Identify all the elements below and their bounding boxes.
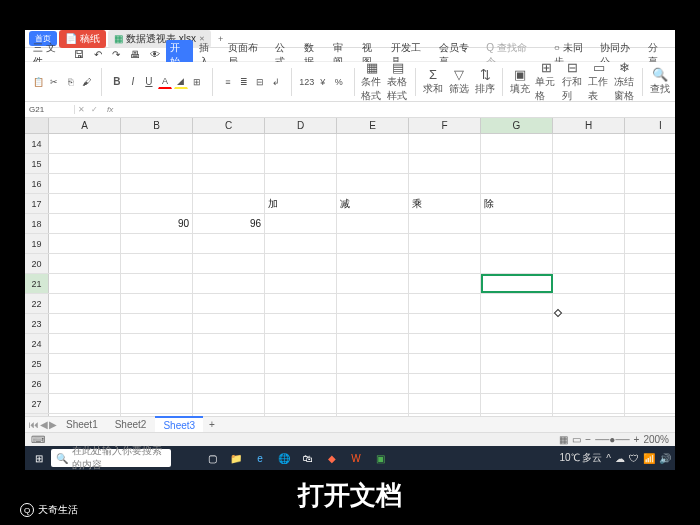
cell-A21[interactable] <box>49 274 121 293</box>
cell-B20[interactable] <box>121 254 193 273</box>
cell-E16[interactable] <box>337 174 409 193</box>
cell-H16[interactable] <box>553 174 625 193</box>
cell-I18[interactable] <box>625 214 675 233</box>
font-color-icon[interactable]: A <box>158 75 172 89</box>
cell-H22[interactable] <box>553 294 625 313</box>
cell-A19[interactable] <box>49 234 121 253</box>
col-header-H[interactable]: H <box>553 118 625 133</box>
cell-B27[interactable] <box>121 394 193 413</box>
cell-G26[interactable] <box>481 374 553 393</box>
cell-F16[interactable] <box>409 174 481 193</box>
paste-icon[interactable]: 📋 <box>31 75 45 89</box>
cell-B22[interactable] <box>121 294 193 313</box>
cell-I17[interactable] <box>625 194 675 213</box>
bold-icon[interactable]: B <box>110 75 124 89</box>
cell-F19[interactable] <box>409 234 481 253</box>
row-header-20[interactable]: 20 <box>25 254 49 273</box>
cell-D23[interactable] <box>265 314 337 333</box>
col-header-C[interactable]: C <box>193 118 265 133</box>
cell-F24[interactable] <box>409 334 481 353</box>
edge-icon[interactable]: e <box>251 449 269 467</box>
cell-H14[interactable] <box>553 134 625 153</box>
col-header-G[interactable]: G <box>481 118 553 133</box>
tray-up-icon[interactable]: ^ <box>606 453 611 464</box>
cell-C26[interactable] <box>193 374 265 393</box>
cell-G25[interactable] <box>481 354 553 373</box>
select-all-corner[interactable] <box>25 118 49 133</box>
cell-I27[interactable] <box>625 394 675 413</box>
cell-B19[interactable] <box>121 234 193 253</box>
row-header-26[interactable]: 26 <box>25 374 49 393</box>
merge-icon[interactable]: ⊟ <box>253 75 267 89</box>
cell-F22[interactable] <box>409 294 481 313</box>
cell-C17[interactable] <box>193 194 265 213</box>
cell-A14[interactable] <box>49 134 121 153</box>
cell-E23[interactable] <box>337 314 409 333</box>
conditional-format-button[interactable]: ▦条件格式 <box>361 66 383 98</box>
cell-G20[interactable] <box>481 254 553 273</box>
row-header-21[interactable]: 21 <box>25 274 49 293</box>
cell-A25[interactable] <box>49 354 121 373</box>
row-header-15[interactable]: 15 <box>25 154 49 173</box>
zoom-slider[interactable]: ──●── <box>595 434 629 445</box>
cell-C19[interactable] <box>193 234 265 253</box>
cell-G18[interactable] <box>481 214 553 233</box>
sheet-tab-2[interactable]: Sheet2 <box>107 417 155 432</box>
cell-H15[interactable] <box>553 154 625 173</box>
cell-F23[interactable] <box>409 314 481 333</box>
explorer-icon[interactable]: 📁 <box>227 449 245 467</box>
row-header-27[interactable]: 27 <box>25 394 49 413</box>
confirm-icon[interactable]: ✓ <box>88 105 101 114</box>
cell-G19[interactable] <box>481 234 553 253</box>
align-center-icon[interactable]: ≣ <box>237 75 251 89</box>
cell-C16[interactable] <box>193 174 265 193</box>
cell-F20[interactable] <box>409 254 481 273</box>
cell-C18[interactable]: 96 <box>193 214 265 233</box>
qat-undo-icon[interactable]: ↶ <box>90 48 106 61</box>
sheet-nav-next-icon[interactable]: ▶ <box>49 419 57 430</box>
browser-icon[interactable]: 🌐 <box>275 449 293 467</box>
percent-icon[interactable]: % <box>332 75 346 89</box>
table-style-button[interactable]: ▤表格样式 <box>387 66 409 98</box>
cell-E15[interactable] <box>337 154 409 173</box>
cell-B24[interactable] <box>121 334 193 353</box>
tray-shield-icon[interactable]: 🛡 <box>629 453 639 464</box>
find-button[interactable]: 🔍查找 <box>649 66 671 98</box>
name-box[interactable]: G21 <box>25 105 75 114</box>
format-painter-icon[interactable]: 🖌 <box>79 75 93 89</box>
cell-A26[interactable] <box>49 374 121 393</box>
row-header-16[interactable]: 16 <box>25 174 49 193</box>
cell-E18[interactable] <box>337 214 409 233</box>
cell-C21[interactable] <box>193 274 265 293</box>
cell-D21[interactable] <box>265 274 337 293</box>
sum-button[interactable]: Σ求和 <box>422 66 444 98</box>
cell-B18[interactable]: 90 <box>121 214 193 233</box>
cell-C23[interactable] <box>193 314 265 333</box>
cell-E14[interactable] <box>337 134 409 153</box>
cell-E24[interactable] <box>337 334 409 353</box>
cell-G22[interactable] <box>481 294 553 313</box>
cell-B26[interactable] <box>121 374 193 393</box>
cancel-icon[interactable]: ✕ <box>75 105 88 114</box>
col-header-E[interactable]: E <box>337 118 409 133</box>
cell-E26[interactable] <box>337 374 409 393</box>
italic-icon[interactable]: I <box>126 75 140 89</box>
tray-cloud-icon[interactable]: ☁ <box>615 453 625 464</box>
cell-C15[interactable] <box>193 154 265 173</box>
cell-F27[interactable] <box>409 394 481 413</box>
border-icon[interactable]: ⊞ <box>190 75 204 89</box>
cell-F21[interactable] <box>409 274 481 293</box>
cell-B23[interactable] <box>121 314 193 333</box>
cell-I16[interactable] <box>625 174 675 193</box>
sheet-add-button[interactable]: + <box>204 417 220 432</box>
cell-D24[interactable] <box>265 334 337 353</box>
cell-button[interactable]: ⊞单元格 <box>535 66 557 98</box>
cell-C14[interactable] <box>193 134 265 153</box>
cell-A17[interactable] <box>49 194 121 213</box>
cell-F17[interactable]: 乘 <box>409 194 481 213</box>
worksheet-button[interactable]: ▭工作表 <box>588 66 610 98</box>
cell-C27[interactable] <box>193 394 265 413</box>
app-icon-2[interactable]: ▣ <box>371 449 389 467</box>
cell-I21[interactable] <box>625 274 675 293</box>
cell-I19[interactable] <box>625 234 675 253</box>
